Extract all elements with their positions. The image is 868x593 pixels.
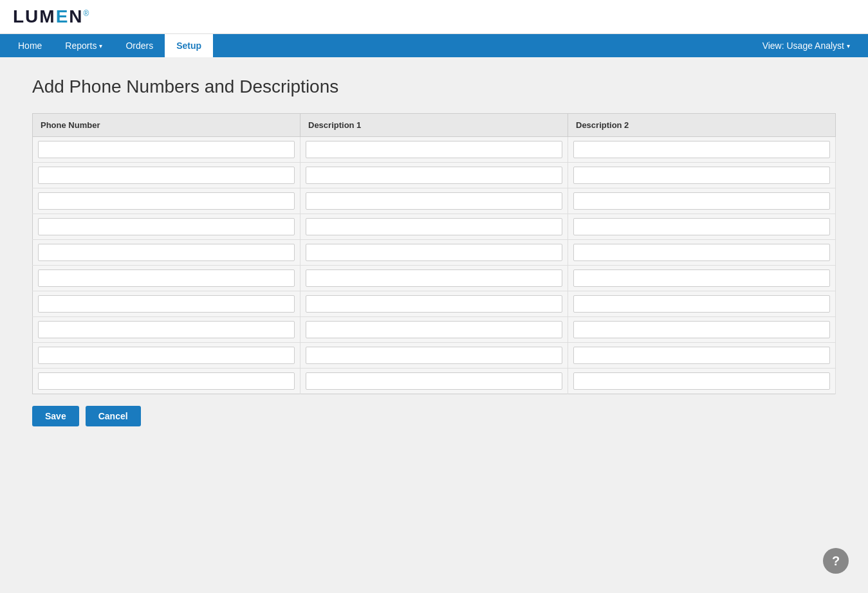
cell-description2-row-2 [568,188,836,214]
cell-phone_number-row-1 [33,163,300,188]
input-description2-row-8[interactable] [573,347,830,364]
cell-description2-row-8 [568,343,836,369]
phone-numbers-table: Phone Number Description 1 Description 2 [32,113,836,394]
input-phone_number-row-2[interactable] [38,192,295,210]
cell-phone_number-row-7 [33,317,300,343]
cell-description2-row-4 [568,240,836,266]
button-row: Save Cancel [32,406,836,426]
cell-description1-row-9 [300,369,568,394]
main-content: Add Phone Numbers and Descriptions Phone… [0,57,868,446]
table-row [33,291,836,317]
table-row [33,240,836,266]
cell-description2-row-6 [568,291,836,317]
navbar-right: View: Usage Analyst ▾ [751,34,862,57]
cell-description2-row-7 [568,317,836,343]
table-row [33,343,836,369]
table-body [33,137,836,394]
navbar-left: Home Reports ▾ Orders Setup [6,34,213,57]
cell-description1-row-4 [300,240,568,266]
cell-phone_number-row-9 [33,369,300,394]
table-header-row: Phone Number Description 1 Description 2 [33,114,836,137]
logo-accent: E [56,6,69,26]
col-header-description2: Description 2 [568,114,836,137]
input-description2-row-9[interactable] [573,372,830,390]
cell-phone_number-row-0 [33,137,300,163]
help-button[interactable]: ? [823,548,849,574]
table-row [33,317,836,343]
input-description1-row-2[interactable] [306,192,562,210]
table-row [33,266,836,291]
cell-description1-row-8 [300,343,568,369]
input-description2-row-7[interactable] [573,321,830,338]
cancel-button[interactable]: Cancel [86,406,141,426]
input-description1-row-1[interactable] [306,167,562,184]
nav-item-orders[interactable]: Orders [114,34,165,57]
cell-phone_number-row-6 [33,291,300,317]
table-row [33,137,836,163]
input-phone_number-row-7[interactable] [38,321,295,338]
view-caret-icon: ▾ [847,42,850,50]
logo: LUMEN® [13,6,90,27]
cell-phone_number-row-2 [33,188,300,214]
cell-description2-row-9 [568,369,836,394]
table-row [33,369,836,394]
cell-description2-row-1 [568,163,836,188]
header: LUMEN® [0,0,868,34]
input-description2-row-3[interactable] [573,218,830,235]
input-description2-row-0[interactable] [573,141,830,158]
col-header-description1: Description 1 [300,114,568,137]
cell-description1-row-0 [300,137,568,163]
nav-item-home[interactable]: Home [6,34,53,57]
table-row [33,188,836,214]
nav-item-reports[interactable]: Reports ▾ [53,34,114,57]
input-description1-row-0[interactable] [306,141,562,158]
cell-phone_number-row-5 [33,266,300,291]
input-description1-row-9[interactable] [306,372,562,390]
page-title: Add Phone Numbers and Descriptions [32,77,836,97]
cell-description1-row-2 [300,188,568,214]
input-description2-row-5[interactable] [573,269,830,287]
input-description1-row-5[interactable] [306,269,562,287]
input-description2-row-2[interactable] [573,192,830,210]
input-description1-row-6[interactable] [306,295,562,313]
cell-phone_number-row-4 [33,240,300,266]
cell-phone_number-row-3 [33,214,300,240]
cell-description1-row-1 [300,163,568,188]
save-button[interactable]: Save [32,406,79,426]
cell-description1-row-6 [300,291,568,317]
input-description1-row-8[interactable] [306,347,562,364]
input-description1-row-3[interactable] [306,218,562,235]
view-selector[interactable]: View: Usage Analyst ▾ [751,34,862,57]
input-description2-row-6[interactable] [573,295,830,313]
cell-phone_number-row-8 [33,343,300,369]
nav-item-setup[interactable]: Setup [165,34,213,57]
input-phone_number-row-3[interactable] [38,218,295,235]
input-description1-row-7[interactable] [306,321,562,338]
table-row [33,163,836,188]
input-phone_number-row-8[interactable] [38,347,295,364]
input-phone_number-row-4[interactable] [38,244,295,261]
input-description2-row-4[interactable] [573,244,830,261]
input-description1-row-4[interactable] [306,244,562,261]
table-row [33,214,836,240]
input-phone_number-row-9[interactable] [38,372,295,390]
col-header-phone-number: Phone Number [33,114,300,137]
input-phone_number-row-5[interactable] [38,269,295,287]
reports-caret-icon: ▾ [99,42,102,50]
input-phone_number-row-0[interactable] [38,141,295,158]
cell-description2-row-5 [568,266,836,291]
input-phone_number-row-6[interactable] [38,295,295,313]
cell-description1-row-5 [300,266,568,291]
logo-registered: ® [84,9,91,18]
cell-description2-row-3 [568,214,836,240]
cell-description2-row-0 [568,137,836,163]
cell-description1-row-7 [300,317,568,343]
navbar: Home Reports ▾ Orders Setup View: Usage … [0,34,868,57]
input-description2-row-1[interactable] [573,167,830,184]
cell-description1-row-3 [300,214,568,240]
input-phone_number-row-1[interactable] [38,167,295,184]
